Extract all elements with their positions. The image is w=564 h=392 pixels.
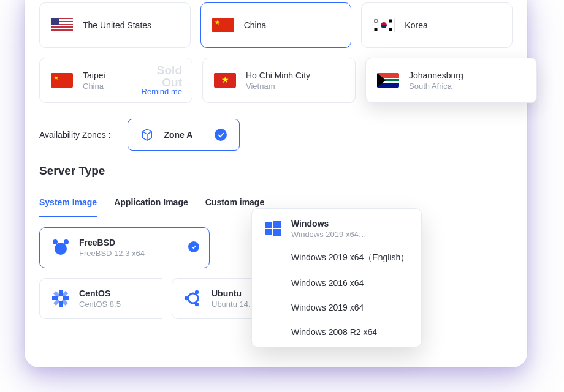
svg-point-0: [55, 243, 67, 255]
os-version: FreeBSD 12.3 x64: [79, 249, 145, 258]
ubuntu-icon: [183, 288, 203, 308]
os-freebsd[interactable]: FreeBSD FreeBSD 12.3 x64: [39, 227, 210, 268]
os-name: Windows: [291, 219, 367, 228]
region-korea[interactable]: Korea: [361, 2, 513, 48]
tab-system-image[interactable]: System Image: [39, 191, 97, 217]
windows-icon: [263, 219, 283, 238]
region-hcmc[interactable]: Ho Chi Minh City Vietnam: [202, 58, 356, 103]
flag-us-icon: [51, 18, 73, 32]
zone-cube-icon: [140, 128, 154, 141]
os-name: CentOS: [79, 288, 121, 298]
flag-za-icon: [377, 73, 399, 88]
region-label: Korea: [405, 20, 427, 30]
region-row-2: Taipei China Sold Out Remind me Ho Chi M…: [39, 58, 513, 103]
os-centos[interactable]: CentOS CentOS 8.5: [39, 278, 162, 319]
region-label: The United States: [83, 20, 151, 30]
region-johannesburg[interactable]: Johannesburg South Africa: [365, 58, 537, 103]
flag-kr-icon: [373, 18, 395, 32]
check-icon: [188, 241, 199, 252]
svg-point-2: [64, 239, 69, 244]
region-taipei[interactable]: Taipei China Sold Out Remind me: [39, 58, 192, 103]
region-country: South Africa: [409, 81, 463, 91]
os-version: Windows 2019 x64…: [291, 230, 367, 239]
region-china[interactable]: China: [200, 2, 352, 48]
svg-point-12: [185, 296, 188, 300]
region-label: China: [244, 20, 267, 30]
tab-application-image[interactable]: Application Image: [114, 191, 188, 217]
region-label: Ho Chi Minh City: [246, 70, 310, 80]
check-icon: [215, 129, 227, 141]
svg-rect-18: [273, 229, 281, 236]
region-row-1: The United States China Korea: [39, 2, 513, 48]
svg-point-1: [53, 239, 58, 244]
region-label: Taipei: [83, 70, 105, 80]
flag-vn-icon: [214, 73, 236, 88]
windows-version-dropdown: Windows Windows 2019 x64… Windows 2019 x…: [251, 208, 422, 347]
region-us[interactable]: The United States: [39, 2, 191, 48]
centos-icon: [51, 288, 70, 308]
windows-option[interactable]: Windows 2019 x64: [252, 295, 421, 320]
server-type-heading: Server Type: [39, 164, 513, 178]
os-windows[interactable]: Windows Windows 2019 x64…: [252, 209, 421, 245]
flag-cn-icon: [212, 18, 234, 32]
region-country: Vietnam: [246, 81, 310, 91]
windows-option[interactable]: Windows 2019 x64（English）: [252, 245, 421, 271]
svg-point-11: [188, 293, 198, 303]
availability-zones-label: Availability Zones :: [39, 130, 110, 140]
svg-rect-17: [265, 229, 272, 235]
config-card: The United States China Korea Taipei Chi…: [25, 0, 527, 368]
sold-out-badge: Sold Out: [157, 64, 182, 89]
zone-name: Zone A: [164, 130, 192, 140]
freebsd-icon: [51, 238, 70, 257]
region-country: China: [83, 81, 105, 91]
svg-point-13: [195, 290, 199, 294]
windows-option[interactable]: Windows 2008 R2 x64: [252, 320, 421, 344]
os-name: FreeBSD: [79, 238, 145, 247]
remind-me-link[interactable]: Remind me: [142, 87, 182, 96]
availability-zones-row: Availability Zones : Zone A: [39, 119, 513, 151]
region-label: Johannesburg: [409, 70, 463, 80]
os-version: CentOS 8.5: [79, 300, 121, 309]
availability-zone-a[interactable]: Zone A: [128, 119, 240, 151]
windows-option[interactable]: Windows 2016 x64: [252, 271, 421, 295]
svg-point-14: [195, 303, 199, 306]
svg-rect-16: [273, 221, 281, 228]
svg-rect-15: [265, 222, 272, 228]
flag-cn-icon: [51, 73, 73, 88]
